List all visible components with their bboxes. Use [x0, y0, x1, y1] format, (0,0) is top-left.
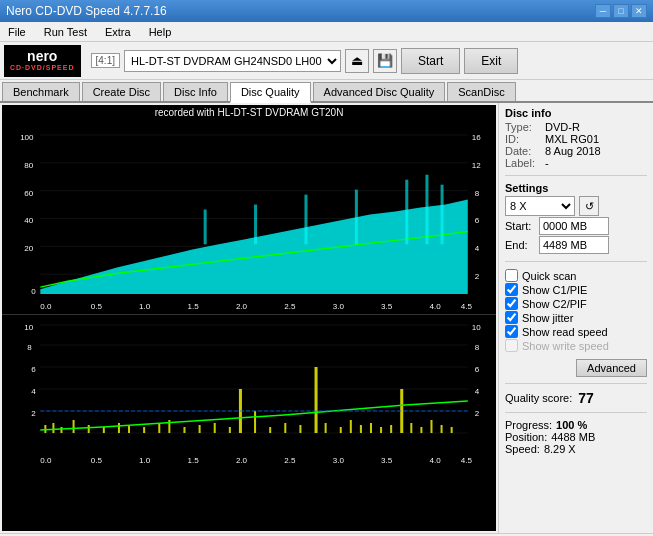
- svg-text:40: 40: [24, 217, 34, 226]
- quick-scan-row: Quick scan: [505, 269, 647, 282]
- svg-text:6: 6: [31, 365, 36, 374]
- settings-section: Settings 8 X 4 X 2 X 1 X ↺ Start: End:: [505, 182, 647, 255]
- upper-chart-svg: 100 80 60 40 20 0 16 12 8 6 4 2 0.0 0.5 …: [2, 120, 496, 314]
- svg-text:60: 60: [24, 189, 34, 198]
- lower-chart: 10 8 6 4 2 10 8 6 4 2 0.0 0.5 1.0 1.5 2.…: [2, 315, 496, 470]
- tab-advanced-disc-quality[interactable]: Advanced Disc Quality: [313, 82, 446, 101]
- svg-rect-93: [410, 423, 412, 433]
- menu-file[interactable]: File: [4, 24, 30, 40]
- svg-rect-73: [158, 423, 160, 433]
- start-label: Start:: [505, 220, 535, 232]
- svg-rect-70: [118, 423, 120, 433]
- end-row: End:: [505, 236, 647, 254]
- svg-rect-66: [60, 427, 62, 433]
- maximize-button[interactable]: □: [613, 4, 629, 18]
- menu-extra[interactable]: Extra: [101, 24, 135, 40]
- show-write-speed-row: Show write speed: [505, 339, 647, 352]
- show-c1pie-checkbox[interactable]: [505, 283, 518, 296]
- tab-benchmark[interactable]: Benchmark: [2, 82, 80, 101]
- show-write-speed-checkbox[interactable]: [505, 339, 518, 352]
- disc-info-title: Disc info: [505, 107, 647, 119]
- svg-text:4.0: 4.0: [429, 302, 441, 311]
- menu-help[interactable]: Help: [145, 24, 176, 40]
- disc-id-label: ID:: [505, 133, 541, 145]
- divider-4: [505, 412, 647, 413]
- svg-rect-65: [52, 423, 54, 433]
- svg-text:2.0: 2.0: [236, 456, 248, 465]
- svg-text:0.0: 0.0: [40, 302, 52, 311]
- svg-rect-68: [88, 425, 90, 433]
- exit-button[interactable]: Exit: [464, 48, 518, 74]
- disc-date-label: Date:: [505, 145, 541, 157]
- show-jitter-checkbox[interactable]: [505, 311, 518, 324]
- drive-select[interactable]: HL-DT-ST DVDRAM GH24NSD0 LH00: [124, 50, 341, 72]
- svg-text:0.0: 0.0: [40, 456, 52, 465]
- tab-create-disc[interactable]: Create Disc: [82, 82, 161, 101]
- close-button[interactable]: ✕: [631, 4, 647, 18]
- svg-text:3.5: 3.5: [381, 456, 393, 465]
- settings-refresh-btn[interactable]: ↺: [579, 196, 599, 216]
- show-c1pie-row: Show C1/PIE: [505, 283, 647, 296]
- quick-scan-checkbox[interactable]: [505, 269, 518, 282]
- svg-rect-77: [214, 423, 216, 433]
- svg-rect-97: [451, 427, 453, 433]
- svg-rect-87: [350, 420, 352, 433]
- eject-icon-btn[interactable]: ⏏: [345, 49, 369, 73]
- svg-rect-67: [73, 420, 75, 433]
- svg-rect-89: [370, 423, 372, 433]
- svg-text:10: 10: [24, 323, 33, 332]
- svg-text:4.5: 4.5: [461, 302, 473, 311]
- save-icon-btn[interactable]: 💾: [373, 49, 397, 73]
- svg-text:0: 0: [31, 287, 36, 296]
- svg-text:3.0: 3.0: [333, 456, 345, 465]
- svg-text:8: 8: [27, 343, 32, 352]
- tab-disc-info[interactable]: Disc Info: [163, 82, 228, 101]
- advanced-button[interactable]: Advanced: [576, 359, 647, 377]
- start-button[interactable]: Start: [401, 48, 460, 74]
- disc-info-section: Disc info Type: DVD-R ID: MXL RG01 Date:…: [505, 107, 647, 169]
- svg-text:10: 10: [472, 323, 481, 332]
- svg-text:1.5: 1.5: [188, 456, 200, 465]
- progress-section: Progress: 100 % Position: 4488 MB Speed:…: [505, 419, 647, 455]
- divider-1: [505, 175, 647, 176]
- svg-rect-96: [441, 425, 443, 433]
- svg-rect-84: [315, 367, 318, 433]
- menu-runtest[interactable]: Run Test: [40, 24, 91, 40]
- svg-text:2: 2: [31, 409, 36, 418]
- show-read-speed-label: Show read speed: [522, 326, 608, 338]
- tab-scandisc[interactable]: ScanDisc: [447, 82, 515, 101]
- svg-text:4.0: 4.0: [429, 456, 441, 465]
- svg-rect-37: [2, 315, 496, 470]
- speed-label: Speed:: [505, 443, 540, 455]
- show-c2pif-label: Show C2/PIF: [522, 298, 587, 310]
- svg-text:100: 100: [20, 133, 34, 142]
- svg-text:0.5: 0.5: [91, 302, 103, 311]
- show-c2pif-checkbox[interactable]: [505, 297, 518, 310]
- svg-text:2: 2: [475, 272, 480, 281]
- start-input[interactable]: [539, 217, 609, 235]
- progress-row: Progress: 100 %: [505, 419, 647, 431]
- disc-label-value: -: [545, 157, 549, 169]
- svg-rect-94: [420, 427, 422, 433]
- disc-label-label: Label:: [505, 157, 541, 169]
- svg-rect-90: [380, 427, 382, 433]
- svg-text:4: 4: [475, 244, 480, 253]
- svg-rect-34: [405, 180, 408, 245]
- title-bar-title: Nero CD-DVD Speed 4.7.7.16: [6, 4, 167, 18]
- lower-chart-svg: 10 8 6 4 2 10 8 6 4 2 0.0 0.5 1.0 1.5 2.…: [2, 315, 496, 470]
- svg-text:4: 4: [475, 387, 480, 396]
- tab-disc-quality[interactable]: Disc Quality: [230, 82, 311, 103]
- svg-text:3.0: 3.0: [333, 302, 345, 311]
- svg-text:4.5: 4.5: [461, 456, 473, 465]
- svg-rect-36: [441, 185, 444, 245]
- svg-text:2.0: 2.0: [236, 302, 248, 311]
- speed-select[interactable]: 8 X 4 X 2 X 1 X: [505, 196, 575, 216]
- quality-score-row: Quality score: 77: [505, 390, 647, 406]
- svg-rect-85: [325, 423, 327, 433]
- minimize-button[interactable]: ─: [595, 4, 611, 18]
- nero-logo-text: nero: [27, 49, 57, 64]
- show-read-speed-checkbox[interactable]: [505, 325, 518, 338]
- end-input[interactable]: [539, 236, 609, 254]
- svg-text:4: 4: [31, 387, 36, 396]
- svg-text:6: 6: [475, 217, 480, 226]
